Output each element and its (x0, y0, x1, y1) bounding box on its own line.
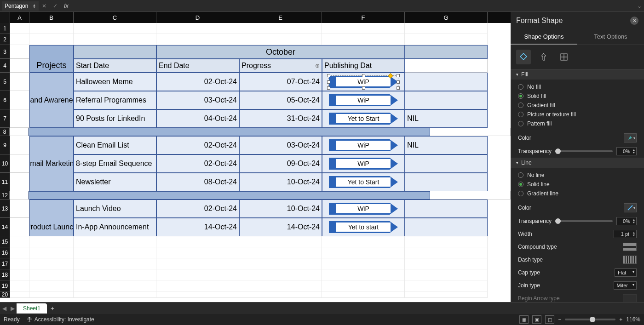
close-panel-icon[interactable]: ✕ (630, 17, 638, 25)
date-cell[interactable]: 03-Oct-24 (239, 136, 322, 154)
line-section-header[interactable]: ▾Line (511, 158, 644, 168)
progress-cell[interactable]: Yet to Start (322, 173, 405, 191)
view-normal-icon[interactable]: ▦ (519, 315, 529, 324)
zoom-value[interactable]: 116% (626, 316, 640, 323)
name-box[interactable]: Pentagon ▲▼ (2, 1, 39, 11)
project-name[interactable] (29, 109, 74, 128)
row-header[interactable]: 10 (0, 154, 10, 173)
project-name[interactable] (29, 73, 74, 91)
row-header[interactable]: 13 (0, 200, 10, 218)
row-header[interactable]: 12 (0, 191, 10, 200)
row-header[interactable]: 19 (0, 280, 10, 291)
formula-input[interactable] (72, 1, 635, 11)
task-cell[interactable]: 90 Posts for LinkedIn (74, 109, 156, 128)
date-cell[interactable]: 10-Oct-24 (239, 200, 322, 218)
fx-icon[interactable]: fx (61, 2, 72, 9)
view-page-layout-icon[interactable]: ▣ (532, 315, 541, 324)
cell[interactable] (156, 23, 239, 34)
task-cell[interactable]: Newsletter (74, 173, 156, 191)
line-transparency-slider[interactable] (555, 220, 613, 222)
projects-header[interactable] (29, 45, 74, 59)
add-sheet-button[interactable]: + (47, 305, 58, 312)
cell[interactable] (239, 23, 322, 34)
tab-nav-prev[interactable]: ◀ (0, 305, 8, 312)
blank-header[interactable] (405, 45, 488, 59)
date-cell[interactable]: 14-Oct-24 (239, 218, 322, 236)
project-name[interactable]: Brand Awareness (29, 91, 74, 109)
date-cell[interactable]: 03-Oct-24 (156, 91, 239, 109)
progress-cell[interactable]: WiP (322, 154, 405, 173)
progress-cell[interactable]: Yet to start (322, 218, 405, 236)
row-header[interactable]: 7 (0, 109, 10, 128)
separator-row[interactable] (29, 128, 430, 136)
row-header[interactable]: 5 (0, 73, 10, 91)
progress-cell[interactable]: WiP (322, 91, 405, 109)
publish-cell[interactable]: NIL (405, 109, 488, 128)
col-header[interactable]: E (239, 12, 322, 23)
date-cell[interactable]: 04-Oct-24 (156, 109, 239, 128)
publish-cell[interactable] (405, 218, 488, 236)
task-cell[interactable]: Clean Email List (74, 136, 156, 154)
fill-option-solid[interactable]: Solid fill (518, 91, 637, 101)
compound-type-button[interactable] (623, 243, 637, 251)
publish-cell[interactable] (405, 73, 488, 91)
project-name[interactable] (29, 173, 74, 191)
row-header[interactable]: 9 (0, 136, 10, 154)
col-header[interactable]: D (156, 12, 239, 23)
publish-cell[interactable] (405, 154, 488, 173)
tab-nav-next[interactable]: ▶ (8, 305, 17, 312)
row-header[interactable]: 8 (0, 128, 10, 136)
zoom-slider[interactable] (565, 319, 615, 320)
select-all-corner[interactable] (0, 12, 10, 23)
date-cell[interactable]: 31-Oct-24 (239, 109, 322, 128)
cell[interactable] (405, 23, 488, 34)
fill-option-gradient[interactable]: Gradient fill (518, 101, 637, 110)
progress-shape[interactable]: Yet to Start (329, 113, 398, 125)
row-header[interactable]: 16 (0, 247, 10, 258)
size-properties-icon[interactable] (557, 50, 571, 64)
task-cell[interactable]: Launch Video (74, 200, 156, 218)
line-option-gradient[interactable]: Gradient line (518, 189, 637, 198)
expand-formula-icon[interactable]: ⌄ (635, 3, 644, 9)
accessibility-button[interactable]: Accessibility: Investigate (26, 316, 94, 323)
sheet-tab[interactable]: Sheet1 (17, 303, 47, 314)
project-name[interactable]: Product Launch (29, 218, 74, 236)
progress-shape[interactable]: WiP (329, 158, 398, 170)
name-box-spinner[interactable]: ▲▼ (33, 4, 36, 8)
date-cell[interactable]: 07-Oct-24 (239, 73, 322, 91)
fill-option-no-fill[interactable]: No fill (518, 82, 637, 91)
row-header[interactable]: 11 (0, 173, 10, 191)
task-cell[interactable]: In-App Announcement (74, 218, 156, 236)
fill-option-picture[interactable]: Picture or texture fill (518, 110, 637, 119)
cell[interactable] (10, 23, 29, 34)
progress-cell[interactable]: Yet to Start (322, 109, 405, 128)
month-header[interactable]: October (156, 45, 405, 59)
dash-type-button[interactable] (623, 256, 637, 264)
start-date-header[interactable]: Start Date (74, 59, 156, 73)
progress-cell[interactable]: WiP (322, 200, 405, 218)
row-header[interactable]: 18 (0, 269, 10, 280)
col-header[interactable]: C (74, 12, 156, 23)
col-header[interactable]: F (322, 12, 405, 23)
date-cell[interactable]: 02-Oct-24 (156, 136, 239, 154)
cell[interactable] (29, 23, 74, 34)
row-header[interactable]: 2 (0, 34, 10, 45)
row-header[interactable]: 20 (0, 291, 10, 298)
task-cell[interactable]: Halloween Meme (74, 73, 156, 91)
tab-shape-options[interactable]: Shape Options (511, 29, 577, 45)
publish-cell[interactable] (405, 173, 488, 191)
project-name[interactable]: Email Marketing (29, 154, 74, 173)
progress-header[interactable]: Progress⊕ (239, 59, 322, 73)
task-cell[interactable]: Referral Programmes (74, 91, 156, 109)
line-width-value[interactable]: 1 pt▲▼ (614, 230, 637, 238)
line-option-no-line[interactable]: No line (518, 171, 637, 180)
fill-transparency-slider[interactable] (555, 150, 613, 152)
date-cell[interactable]: 02-Oct-24 (156, 73, 239, 91)
date-cell[interactable]: 09-Oct-24 (239, 154, 322, 173)
col-header[interactable]: A (10, 12, 29, 23)
progress-shape[interactable]: Yet to Start (329, 176, 398, 188)
row-header[interactable]: 17 (0, 258, 10, 269)
cell[interactable] (74, 23, 156, 34)
join-type-select[interactable]: Miter (614, 281, 637, 290)
progress-shape-selected[interactable]: WiP (329, 76, 398, 88)
